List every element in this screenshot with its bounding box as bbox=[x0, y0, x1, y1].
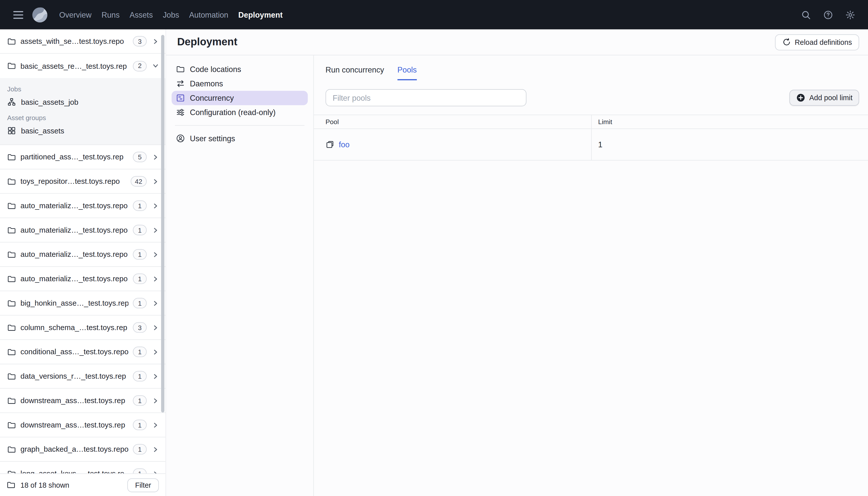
repo-row[interactable]: assets_with_se…test.toys.repo 3 bbox=[0, 29, 165, 54]
search-icon[interactable] bbox=[797, 6, 815, 24]
subnav-item-user-settings[interactable]: User settings bbox=[172, 131, 308, 145]
asset-group-item[interactable]: basic_assets bbox=[0, 123, 165, 138]
repo-count-badge: 1 bbox=[133, 420, 147, 430]
repo-count-badge: 5 bbox=[133, 152, 147, 162]
nav-item-assets[interactable]: Assets bbox=[125, 7, 158, 22]
nav-item-runs[interactable]: Runs bbox=[96, 7, 124, 22]
folder-icon bbox=[6, 481, 15, 490]
chevron-right-icon[interactable] bbox=[151, 226, 160, 234]
repo-name: column_schema_…test.toys.rep bbox=[20, 323, 128, 331]
folder-icon bbox=[7, 347, 16, 356]
nav-item-automation[interactable]: Automation bbox=[184, 7, 233, 22]
repo-row[interactable]: conditional_ass…_test.toys.repo 1 bbox=[0, 340, 165, 364]
settings-gear-icon[interactable] bbox=[841, 6, 859, 24]
repo-row[interactable]: auto_materializ…_test.toys.repo 1 bbox=[0, 267, 165, 291]
sidebar-filter-button[interactable]: Filter bbox=[127, 478, 159, 492]
filter-pools-input[interactable] bbox=[326, 89, 526, 106]
repo-row[interactable]: downstream_ass…test.toys.rep 1 bbox=[0, 413, 165, 437]
chevron-right-icon[interactable] bbox=[151, 445, 160, 454]
reload-icon bbox=[782, 38, 791, 47]
concurrency-content: Run concurrency Pools Add pool limit bbox=[314, 56, 868, 496]
folder-icon bbox=[7, 372, 16, 381]
repo-row[interactable]: data_versions_r…_test.toys.rep 1 bbox=[0, 364, 165, 389]
subnav-item-configuration[interactable]: Configuration (read-only) bbox=[172, 105, 308, 120]
menu-icon[interactable] bbox=[9, 5, 28, 24]
repo-name: partitioned_ass…_test.toys.rep bbox=[20, 153, 128, 161]
repo-row[interactable]: column_schema_…test.toys.rep 3 bbox=[0, 315, 165, 340]
subnav-item-daemons[interactable]: Daemons bbox=[172, 76, 308, 91]
nav-item-overview[interactable]: Overview bbox=[54, 7, 97, 22]
repo-count-summary: 18 of 18 shown bbox=[20, 481, 122, 489]
chevron-right-icon[interactable] bbox=[151, 177, 160, 186]
subnav-item-concurrency[interactable]: Concurrency bbox=[172, 91, 308, 105]
help-icon[interactable] bbox=[819, 6, 837, 24]
repo-row[interactable]: auto_materializ…_test.toys.repo 1 bbox=[0, 218, 165, 243]
pool-icon bbox=[326, 140, 334, 149]
repo-expanded-panel: Jobs basic_assets_job Asset groups basic… bbox=[0, 78, 165, 145]
repo-name: toys_repositor…test.toys.repo bbox=[20, 177, 126, 186]
repo-name: auto_materializ…_test.toys.repo bbox=[20, 250, 128, 259]
subnav-label: User settings bbox=[190, 134, 235, 143]
asset-groups-section-label: Asset groups bbox=[0, 109, 165, 123]
deployment-subnav: Code locations Daemons Concurrency bbox=[166, 56, 314, 496]
concurrency-icon bbox=[176, 94, 185, 103]
reload-definitions-button[interactable]: Reload definitions bbox=[775, 34, 859, 50]
chevron-right-icon[interactable] bbox=[151, 153, 160, 161]
pool-name-link[interactable]: foo bbox=[339, 140, 350, 149]
pool-limit-value: 1 bbox=[591, 129, 868, 160]
repo-name: downstream_ass…test.toys.rep bbox=[20, 421, 128, 429]
limit-column-header: Limit bbox=[591, 115, 868, 129]
repo-row[interactable]: big_honkin_asse…_test.toys.rep 1 bbox=[0, 291, 165, 316]
chevron-right-icon[interactable] bbox=[151, 250, 160, 259]
repo-row[interactable]: auto_materializ…_test.toys.repo 1 bbox=[0, 194, 165, 218]
repo-row[interactable]: partitioned_ass…_test.toys.rep 5 bbox=[0, 145, 165, 169]
repo-count-badge: 1 bbox=[133, 444, 147, 455]
repo-row[interactable]: toys_repositor…test.toys.repo 42 bbox=[0, 169, 165, 194]
chevron-right-icon[interactable] bbox=[151, 37, 160, 46]
repo-name: auto_materializ…_test.toys.repo bbox=[20, 226, 128, 234]
add-pool-limit-label: Add pool limit bbox=[809, 94, 853, 102]
folder-icon bbox=[7, 37, 16, 46]
tab-pools[interactable]: Pools bbox=[397, 65, 416, 80]
repo-name: assets_with_se…test.toys.repo bbox=[20, 37, 128, 45]
repo-count-badge: 2 bbox=[133, 61, 147, 71]
chevron-right-icon[interactable] bbox=[151, 299, 160, 307]
chevron-right-icon[interactable] bbox=[151, 396, 160, 405]
folder-icon bbox=[7, 153, 16, 161]
dagster-logo[interactable] bbox=[31, 6, 49, 24]
asset-group-icon bbox=[7, 126, 16, 135]
asset-repo-sidebar: assets_with_se…test.toys.repo 3 basic_as… bbox=[0, 29, 166, 496]
nav-item-jobs[interactable]: Jobs bbox=[158, 7, 184, 22]
repo-row[interactable]: auto_materializ…_test.toys.repo 1 bbox=[0, 243, 165, 267]
job-icon bbox=[7, 97, 16, 106]
chevron-down-icon[interactable] bbox=[151, 61, 160, 70]
folder-icon bbox=[7, 323, 16, 332]
asset-group-name: basic_assets bbox=[21, 126, 64, 135]
chevron-right-icon[interactable] bbox=[151, 372, 160, 381]
chevron-right-icon[interactable] bbox=[151, 420, 160, 429]
page-header: Deployment Reload definitions bbox=[166, 29, 868, 56]
primary-nav: Overview Runs Assets Jobs Automation Dep… bbox=[54, 7, 288, 22]
repo-name: graph_backed_a…test.toys.repo bbox=[20, 445, 128, 453]
add-pool-limit-button[interactable]: Add pool limit bbox=[789, 90, 859, 106]
tab-run-concurrency[interactable]: Run concurrency bbox=[326, 65, 384, 80]
chevron-right-icon[interactable] bbox=[151, 347, 160, 356]
repo-name: auto_materializ…_test.toys.repo bbox=[20, 275, 128, 283]
subnav-item-code-locations[interactable]: Code locations bbox=[172, 62, 308, 76]
sidebar-scrollbar[interactable] bbox=[161, 35, 164, 413]
job-item[interactable]: basic_assets_job bbox=[0, 95, 165, 109]
top-navigation-bar: Overview Runs Assets Jobs Automation Dep… bbox=[0, 0, 868, 29]
chevron-right-icon[interactable] bbox=[151, 201, 160, 210]
subnav-label: Concurrency bbox=[190, 94, 234, 103]
repo-row-expanded[interactable]: basic_assets_re…_test.toys.rep 2 bbox=[0, 53, 165, 78]
nav-item-deployment[interactable]: Deployment bbox=[233, 7, 288, 22]
chevron-right-icon[interactable] bbox=[151, 275, 160, 283]
sliders-icon bbox=[176, 108, 185, 117]
user-icon bbox=[176, 134, 185, 143]
app-window: Overview Runs Assets Jobs Automation Dep… bbox=[0, 0, 868, 496]
repo-row[interactable]: downstream_ass…test.toys.rep 1 bbox=[0, 389, 165, 413]
chevron-right-icon[interactable] bbox=[151, 323, 160, 332]
folder-icon bbox=[176, 65, 185, 74]
subnav-label: Configuration (read-only) bbox=[190, 108, 275, 117]
repo-row[interactable]: graph_backed_a…test.toys.repo 1 bbox=[0, 437, 165, 462]
